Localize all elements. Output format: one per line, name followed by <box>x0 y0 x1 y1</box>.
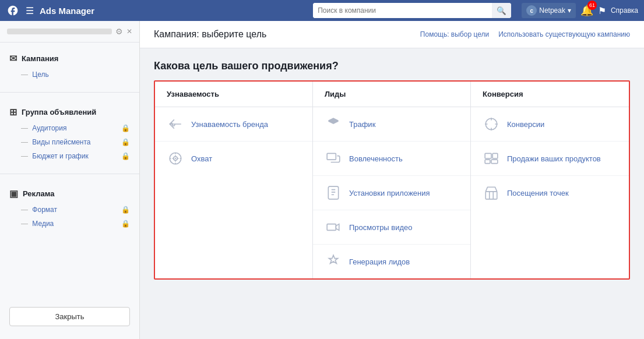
column-awareness: Узнаваемость Узнаваемость бренда <box>155 82 313 278</box>
campaign-title: Кампания: выберите цель <box>154 29 266 40</box>
sidebar-item-budget[interactable]: — Бюджет и график 🔒 <box>0 149 139 163</box>
top-nav-right: c Netpeak ▾ 🔔 61 ⚑ Справка <box>522 3 638 18</box>
facebook-logo <box>6 3 20 17</box>
conversions-label: Конверсии <box>507 120 544 129</box>
sidebar-media-label: Медиа <box>32 220 54 228</box>
sidebar-section-ads: ▣ Реклама — Формат 🔒 — Медиа 🔒 <box>0 178 139 238</box>
notifications-button[interactable]: 🔔 61 <box>580 4 593 17</box>
search-input[interactable] <box>313 3 492 18</box>
sidebar-item-media[interactable]: — Медиа 🔒 <box>0 217 139 231</box>
svg-rect-2 <box>328 186 338 199</box>
top-navigation: ☰ Ads Manager 🔍 c Netpeak ▾ 🔔 61 ⚑ Справ… <box>0 0 644 21</box>
obj-item-reach[interactable]: Охват <box>155 142 312 175</box>
adgroup-section-icon: ⊞ <box>9 107 17 118</box>
svg-rect-4 <box>327 224 336 231</box>
obj-item-catalog[interactable]: Продажи ваших продуктов <box>471 142 629 176</box>
audience-lock-icon: 🔒 <box>121 124 130 132</box>
brand-awareness-label: Узнаваемость бренда <box>191 120 268 129</box>
svg-rect-10 <box>485 192 497 199</box>
account-dropdown-icon: ▾ <box>568 6 571 15</box>
campaign-section-icon: ✉ <box>9 53 17 64</box>
conversions-icon <box>483 115 500 133</box>
sidebar-section-adgroup-header: ⊞ Группа объявлений <box>0 103 139 121</box>
svg-rect-9 <box>491 160 498 164</box>
column-awareness-header: Узнаваемость <box>155 82 312 107</box>
sidebar-campaign-label: Кампания <box>22 54 58 63</box>
help-button[interactable]: Справка <box>611 6 638 15</box>
sidebar-divider-2 <box>0 174 139 174</box>
settings-icon[interactable]: ⚙ <box>115 27 123 36</box>
appinstall-icon <box>325 184 342 202</box>
hamburger-icon[interactable]: ☰ <box>26 5 34 16</box>
svg-rect-1 <box>327 153 336 160</box>
sidebar-budget-label: Бюджет и график <box>32 152 88 160</box>
svg-rect-6 <box>485 153 491 158</box>
format-lock-icon: 🔒 <box>121 206 130 214</box>
column-leads-header: Лиды <box>313 82 470 107</box>
help-choose-goal-link[interactable]: Помощь: выбор цели <box>420 30 489 38</box>
brand-awareness-icon <box>167 115 184 133</box>
leadgen-label: Генерация лидов <box>349 257 410 266</box>
obj-item-conversions[interactable]: Конверсии <box>471 107 629 142</box>
sidebar-section-campaign: ✉ Кампания — Цель <box>0 43 139 89</box>
leadgen-icon <box>325 253 342 270</box>
close-button[interactable]: Закрыть <box>9 307 130 326</box>
ads-section-icon: ▣ <box>9 188 18 199</box>
obj-item-store[interactable]: Посещения точек <box>471 176 629 210</box>
main-header: Кампания: выберите цель Помощь: выбор це… <box>140 21 644 48</box>
obj-item-engagement[interactable]: Вовлеченность <box>313 142 470 176</box>
sidebar: ⚙ ✕ ✉ Кампания — Цель ⊞ Группа объявлени… <box>0 21 140 339</box>
account-initial: c <box>526 5 537 16</box>
sidebar-section-campaign-header: ✉ Кампания <box>0 50 139 68</box>
flag-icon[interactable]: ⚑ <box>598 5 606 16</box>
store-icon <box>483 184 500 202</box>
section-question: Какова цель вашего продвижения? <box>140 48 644 80</box>
account-button[interactable]: c Netpeak ▾ <box>522 3 576 18</box>
use-existing-campaign-link[interactable]: Использовать существующую кампанию <box>498 30 630 38</box>
objectives-grid: Узнаваемость Узнаваемость бренда <box>155 82 629 278</box>
column-conversion: Конверсия Конверсии <box>471 82 629 278</box>
notification-badge: 61 <box>587 1 597 10</box>
app-title: Ads Manager <box>40 6 94 16</box>
sidebar-format-label: Формат <box>32 206 57 214</box>
reach-icon <box>167 150 184 167</box>
search-button[interactable]: 🔍 <box>492 3 511 18</box>
sidebar-divider-1 <box>0 92 139 93</box>
svg-rect-7 <box>492 153 498 158</box>
sidebar-item-placement[interactable]: — Виды плейсмента 🔒 <box>0 135 139 149</box>
sidebar-item-audience[interactable]: — Аудитория 🔒 <box>0 121 139 135</box>
column-leads: Лиды Трафик <box>313 82 471 278</box>
media-lock-icon: 🔒 <box>121 220 130 228</box>
sidebar-account-name <box>7 29 112 34</box>
store-label: Посещения точек <box>507 189 569 197</box>
obj-item-brand-awareness[interactable]: Узнаваемость бренда <box>155 107 312 142</box>
sidebar-account-close-icon[interactable]: ✕ <box>126 27 132 36</box>
search-box: 🔍 <box>313 3 511 18</box>
campaign-title-sub: выберите цель <box>202 29 266 39</box>
sidebar-adgroup-label: Группа объявлений <box>22 108 96 116</box>
video-label: Просмотры видео <box>349 223 413 232</box>
sidebar-item-goal[interactable]: — Цель <box>0 68 139 82</box>
obj-item-appinstall[interactable]: Установки приложения <box>313 176 470 210</box>
video-icon <box>325 218 342 236</box>
account-name: Netpeak <box>539 6 565 15</box>
sidebar-ads-label: Реклама <box>23 189 54 198</box>
sidebar-placement-label: Виды плейсмента <box>32 138 90 146</box>
main-content: Кампания: выберите цель Помощь: выбор це… <box>140 21 644 339</box>
traffic-label: Трафик <box>349 120 375 129</box>
obj-item-leadgen[interactable]: Генерация лидов <box>313 245 470 278</box>
sidebar-item-format[interactable]: — Формат 🔒 <box>0 203 139 217</box>
placement-lock-icon: 🔒 <box>121 138 130 146</box>
objectives-container: Узнаваемость Узнаваемость бренда <box>154 80 630 280</box>
main-header-links: Помощь: выбор цели Использовать существу… <box>420 30 630 38</box>
sidebar-goal-label: Цель <box>32 70 48 79</box>
obj-item-traffic[interactable]: Трафик <box>313 107 470 142</box>
sidebar-section-ads-header: ▣ Реклама <box>0 185 139 203</box>
engagement-icon <box>325 150 342 167</box>
column-conversion-header: Конверсия <box>471 82 629 107</box>
traffic-icon <box>325 115 342 133</box>
sidebar-footer: Закрыть <box>0 300 139 333</box>
budget-lock-icon: 🔒 <box>121 152 130 160</box>
obj-item-video[interactable]: Просмотры видео <box>313 210 470 245</box>
engagement-label: Вовлеченность <box>349 154 403 163</box>
